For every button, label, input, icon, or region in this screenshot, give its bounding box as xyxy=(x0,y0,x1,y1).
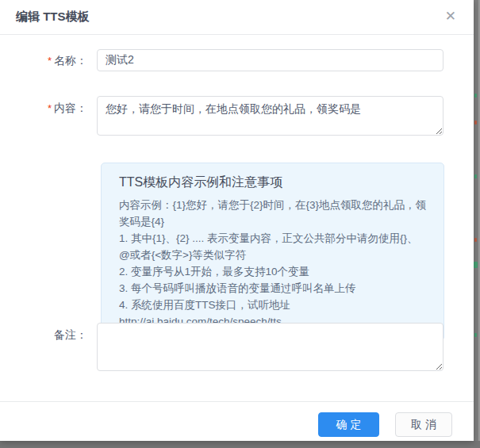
required-asterisk: * xyxy=(48,55,52,67)
dimmed-page-edge xyxy=(474,0,480,448)
notice-line-1: 1. 其中{1}、{2} .... 表示变量内容，正文公共部分中请勿使用{}、@… xyxy=(119,230,428,263)
name-input[interactable] xyxy=(97,49,444,71)
remark-form-row: 备注： xyxy=(0,323,444,371)
edit-tts-template-dialog: 编辑 TTS模板 ✕ *名称： *内容： 您好，请您于时间，在地点领取您的礼品，… xyxy=(0,0,474,441)
name-form-row: *名称： xyxy=(0,49,444,72)
confirm-button[interactable]: 确 定 xyxy=(318,412,379,437)
notice-line-example: 内容示例：{1}您好，请您于{2}时间，在{3}地点领取您的礼品，领奖码是{4} xyxy=(119,197,428,230)
content-textarea[interactable]: 您好，请您于时间，在地点领取您的礼品，领奖码是 xyxy=(97,96,444,136)
dimmed-page-bottom xyxy=(0,441,480,448)
content-form-row: *内容： 您好，请您于时间，在地点领取您的礼品，领奖码是 xyxy=(0,96,444,136)
background-table-fragment xyxy=(474,333,477,337)
close-icon[interactable]: ✕ xyxy=(445,7,456,26)
background-table-fragment xyxy=(474,94,477,98)
background-table-fragment xyxy=(474,121,477,124)
content-label: *内容： xyxy=(0,96,97,136)
name-label: *名称： xyxy=(0,49,97,72)
remark-label: 备注： xyxy=(0,323,97,371)
required-asterisk: * xyxy=(48,102,52,114)
dialog-header: 编辑 TTS模板 ✕ xyxy=(0,0,474,35)
notice-line-3: 3. 每个号码呼叫播放语音的变量通过呼叫名单上传 xyxy=(119,280,428,297)
dialog-footer: 确 定 取 消 xyxy=(0,401,474,441)
tts-notice-panel: TTS模板内容示例和注意事项 内容示例：{1}您好，请您于{2}时间，在{3}地… xyxy=(101,163,444,341)
notice-title: TTS模板内容示例和注意事项 xyxy=(119,174,428,191)
notice-line-2: 2. 变量序号从1开始，最多支持10个变量 xyxy=(119,263,428,280)
background-table-fragment xyxy=(474,238,477,242)
background-table-fragment xyxy=(474,174,477,178)
cancel-button[interactable]: 取 消 xyxy=(395,412,452,437)
name-label-text: 名称： xyxy=(54,54,87,67)
content-label-text: 内容： xyxy=(54,101,87,114)
background-table-fragment xyxy=(474,262,478,268)
remark-textarea[interactable] xyxy=(97,323,444,371)
screen: 编辑 TTS模板 ✕ *名称： *内容： 您好，请您于时间，在地点领取您的礼品，… xyxy=(0,0,480,448)
dialog-title: 编辑 TTS模板 xyxy=(16,10,90,25)
